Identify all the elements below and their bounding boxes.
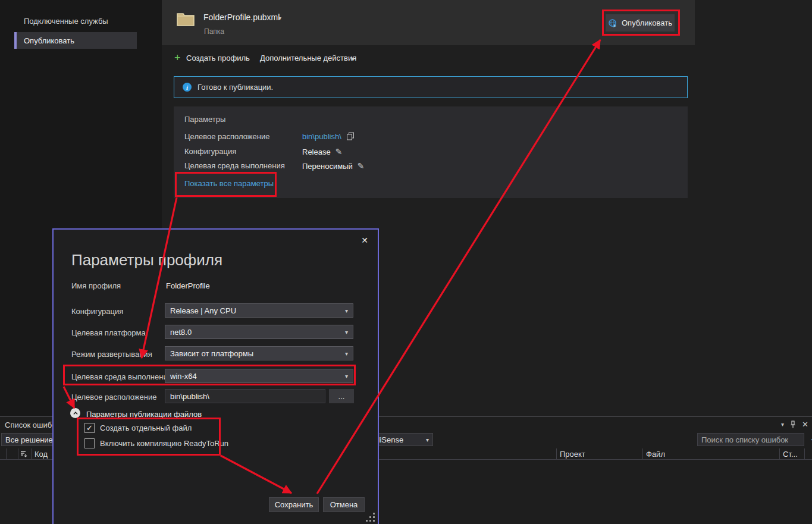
single-file-label: Создать отдельный файл [100,423,192,432]
publish-button-label: Опубликовать [622,18,672,27]
target-location-link[interactable]: bin\publish\ [302,132,341,141]
selected-accent-bar [14,32,17,49]
ready-infobar: i Готово к публикации. [174,76,688,98]
configuration-select-value: Release | Any CPU [170,306,236,315]
pin-icon[interactable] [790,421,796,428]
column-project[interactable]: Проект [560,450,585,459]
dlg-target-runtime-label: Целевая среда выполнения [71,372,172,381]
edit-configuration-pencil-icon[interactable]: ✎ [336,147,343,156]
ready-to-run-row: Включить компиляцию ReadyToRun [84,438,228,448]
configuration-value: Release✎ [302,147,342,156]
profile-name-value: FolderProfile [166,281,210,290]
target-runtime-select[interactable]: win-x64 ▾ [165,369,353,383]
target-runtime-label: Целевая среда выполнения [184,161,285,170]
configuration-chevron-down-icon: ▾ [345,308,348,314]
file-publish-options-title[interactable]: Параметры публикации файлов [86,410,202,419]
info-icon: i [183,83,192,92]
target-runtime-chevron-down-icon: ▾ [345,373,348,379]
profile-file-name[interactable]: FolderProfile.pubxml [203,12,280,22]
dlg-configuration-label: Конфигурация [71,307,123,316]
section-collapse-chevron-up-icon[interactable] [70,408,80,418]
summary-title: Параметры [184,115,225,124]
panel-close-icon[interactable]: ✕ [802,420,808,429]
plus-icon: + [174,52,181,64]
target-runtime-value-text: Переносимый [302,162,353,171]
target-framework-chevron-down-icon: ▾ [345,329,348,335]
target-runtime-select-value: win-x64 [170,372,197,381]
search-input[interactable] [698,435,810,444]
deployment-mode-chevron-down-icon: ▾ [345,350,348,357]
connected-services-label[interactable]: Подключенные службы [24,17,108,26]
browse-button[interactable]: ... [329,389,354,403]
profile-name-label: Имя профиля [71,281,121,290]
error-list-title: Список ошибок [5,421,59,429]
dialog-close-icon[interactable]: ✕ [361,236,368,245]
configuration-select[interactable]: Release | Any CPU ▾ [165,303,353,318]
deployment-mode-select[interactable]: Зависит от платформы ▾ [165,346,353,360]
profile-settings-dialog: ✕ Параметры профиля Имя профиля FolderPr… [52,228,379,524]
column-file[interactable]: Файл [646,450,665,459]
configuration-label: Конфигурация [184,147,236,156]
dialog-title: Параметры профиля [71,251,222,269]
severity-sort-icon[interactable] [20,450,27,457]
dlg-target-location-label: Целевое расположение [71,393,156,401]
target-framework-select[interactable]: net8.0 ▾ [165,325,353,339]
more-actions-chevron-down-icon[interactable]: ▾ [351,55,354,62]
target-location-value: bin\publish\ [302,132,355,141]
deployment-mode-label: Режим развертывания [71,350,152,359]
sidebar-item-publish[interactable]: Опубликовать [14,32,137,49]
folder-icon [176,11,195,27]
ready-to-run-checkbox[interactable] [84,438,95,448]
target-framework-label: Целевая платформа [71,328,146,337]
deployment-mode-select-value: Зависит от платформы [170,349,253,358]
resize-grip[interactable] [366,513,375,522]
column-line[interactable]: Ст... [783,450,798,459]
ready-to-run-label: Включить компиляцию ReadyToRun [100,439,228,448]
profile-kind-label: Папка [204,27,224,36]
scope-dropdown-value: Все решение [5,435,53,444]
create-profile-link[interactable]: Создать профиль [186,54,250,62]
profile-chevron-down-icon[interactable]: ▾ [278,15,281,21]
target-location-input[interactable] [165,389,325,403]
cancel-button[interactable]: Отмена [323,497,365,512]
more-actions-dropdown[interactable]: Дополнительные действия [260,54,356,62]
publish-globe-icon [608,18,617,28]
column-code[interactable]: Код [35,450,48,459]
copy-icon[interactable] [346,132,355,140]
configuration-value-text: Release [302,148,331,156]
save-button[interactable]: Сохранить [269,497,319,512]
provider-chevron-down-icon: ▾ [426,437,429,443]
error-list-search[interactable]: ▾ [697,433,804,446]
publish-button[interactable]: Опубликовать [606,14,675,32]
single-file-row: Создать отдельный файл [84,423,192,433]
edit-runtime-pencil-icon[interactable]: ✎ [358,161,365,171]
panel-chevron-down-icon[interactable]: ▾ [781,421,784,428]
sidebar-item-label: Опубликовать [24,36,74,45]
visual-studio-publish-screen: Подключенные службы Опубликовать FolderP… [0,0,812,524]
target-location-label: Целевое расположение [184,132,269,141]
infobar-message: Готово к публикации. [197,83,273,92]
single-file-checkbox[interactable] [84,423,95,433]
show-all-settings-link[interactable]: Показать все параметры [184,179,274,188]
target-framework-select-value: net8.0 [170,328,192,337]
target-runtime-value: Переносимый✎ [302,161,364,171]
